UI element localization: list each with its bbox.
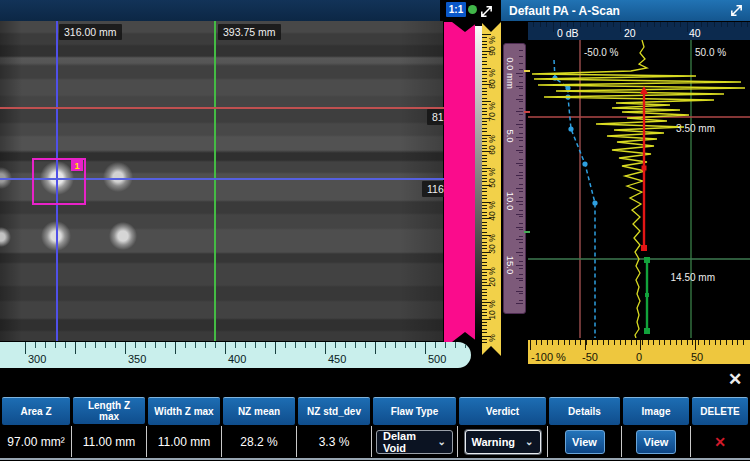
col-header-nz-std-dev[interactable]: NZ std_dev bbox=[298, 397, 370, 425]
ruler-tick bbox=[727, 22, 728, 27]
image-view-button[interactable]: View bbox=[636, 430, 676, 454]
ruler-tick bbox=[245, 342, 246, 348]
gate-green-mid[interactable] bbox=[645, 293, 649, 297]
ruler-tick bbox=[345, 342, 346, 348]
depth-mm-ruler[interactable]: 0.0 mm5.010.015.0 bbox=[503, 43, 526, 314]
ruler-tick bbox=[695, 340, 696, 350]
depth-scale-label: 0.0 mm bbox=[505, 53, 517, 93]
zoom-ratio-badge[interactable]: 1:1 bbox=[446, 2, 466, 17]
cursor-hline-red[interactable] bbox=[0, 107, 443, 109]
amp-scale-label: 90 % bbox=[486, 29, 498, 63]
ruler-tick bbox=[687, 340, 688, 345]
ruler-tick bbox=[45, 342, 46, 348]
flaw-type-dropdown[interactable]: Delam Void ⌄ bbox=[376, 430, 453, 454]
ruler-tick bbox=[580, 340, 581, 345]
cell-divider bbox=[296, 426, 297, 457]
ruler-tick bbox=[519, 184, 523, 185]
col-header-area-z[interactable]: Area Z bbox=[2, 397, 70, 425]
ruler-tick bbox=[546, 22, 547, 27]
ruler-tick bbox=[519, 56, 523, 57]
amp-ruler-top-arrow-icon[interactable] bbox=[481, 22, 501, 32]
ruler-tick bbox=[660, 22, 661, 27]
ruler-tick bbox=[516, 239, 523, 240]
ruler-tick bbox=[547, 340, 548, 345]
ruler-tick bbox=[519, 236, 523, 237]
ruler-tick bbox=[255, 342, 256, 348]
close-icon[interactable]: ✕ bbox=[724, 368, 746, 390]
scan-axis-ruler[interactable]: 300350400450500 bbox=[0, 342, 471, 368]
details-view-button[interactable]: View bbox=[565, 430, 605, 454]
expand-icon[interactable] bbox=[479, 4, 494, 19]
col-header-flaw-type[interactable]: Flaw Type bbox=[373, 397, 456, 425]
chevron-down-icon: ⌄ bbox=[438, 436, 446, 447]
ruler-tick bbox=[355, 342, 356, 348]
trend-point[interactable] bbox=[568, 126, 573, 131]
col-header-delete[interactable]: DELETE bbox=[692, 397, 748, 425]
ruler-tick bbox=[516, 291, 523, 292]
gate-green-end[interactable] bbox=[644, 257, 650, 263]
trend-point[interactable] bbox=[592, 200, 597, 205]
col-header-width-z-max[interactable]: Width Z max bbox=[148, 397, 220, 425]
depth-scale-label: 15.0 bbox=[505, 245, 517, 285]
flaw-region-box[interactable]: 1 bbox=[32, 158, 86, 205]
cell-divider bbox=[371, 426, 372, 457]
ruler-tick bbox=[536, 340, 537, 345]
palette-bar-pink[interactable] bbox=[444, 22, 475, 342]
ruler-tick bbox=[516, 73, 523, 74]
gain-db-ruler[interactable]: 0 dB2040 bbox=[528, 22, 750, 40]
ruler-tick bbox=[516, 252, 523, 253]
ascan-plot[interactable]: -50.0 %50.0 %3.50 mm14.50 mm bbox=[528, 40, 750, 338]
ruler-tick bbox=[737, 340, 738, 345]
table-bottom-border bbox=[0, 458, 750, 460]
ruler-tick bbox=[519, 229, 523, 230]
ruler-tick bbox=[653, 340, 654, 345]
amplitude-axis-ruler[interactable]: -100 %-50050 bbox=[528, 340, 750, 364]
ruler-tick bbox=[743, 340, 744, 345]
cscan-image[interactable]: 316.00 mm 393.75 mm 1 bbox=[0, 21, 443, 341]
gate-red-end[interactable] bbox=[641, 245, 647, 251]
ruler-tick bbox=[425, 342, 426, 354]
cscan-header-bar bbox=[0, 0, 440, 21]
amp-ruler-bottom-arrow-icon[interactable] bbox=[481, 346, 501, 356]
ruler-tick bbox=[670, 340, 671, 345]
trend-point[interactable] bbox=[565, 85, 570, 90]
ruler-tick bbox=[365, 342, 366, 348]
depth-gate-mark bbox=[524, 70, 530, 72]
cell-divider bbox=[71, 426, 72, 457]
ruler-tick bbox=[516, 265, 523, 266]
ruler-tick bbox=[516, 175, 523, 176]
col-header-image[interactable]: Image bbox=[623, 397, 689, 425]
gate-red-mid[interactable] bbox=[642, 166, 647, 171]
amplitude-percent-ruler[interactable]: 90 %80 %70 %60 %50 %40 %30 %20 %10 %% bbox=[482, 22, 501, 356]
ruler-tick bbox=[553, 22, 554, 32]
ruler-tick bbox=[558, 340, 559, 345]
col-header-verdict[interactable]: Verdict bbox=[459, 397, 546, 425]
ruler-tick bbox=[516, 86, 523, 87]
ruler-tick bbox=[516, 188, 523, 189]
trend-point[interactable] bbox=[582, 161, 587, 166]
cell-details: View bbox=[549, 426, 620, 457]
depth-scale-label: 5.0 bbox=[505, 116, 517, 156]
delete-row-button[interactable]: ✕ bbox=[714, 434, 726, 450]
col-header-nz-mean[interactable]: NZ mean bbox=[223, 397, 295, 425]
cursor-vline-green[interactable] bbox=[214, 21, 216, 341]
ruler-tick bbox=[519, 280, 523, 281]
ruler-tick bbox=[235, 342, 236, 348]
verdict-dropdown[interactable]: Warning ⌄ bbox=[465, 430, 541, 454]
ruler-tick bbox=[65, 342, 66, 348]
ruler-tick bbox=[215, 342, 216, 348]
ndt-inspection-app: 1:1 Default PA - A-Scan 316.00 mm 393.75… bbox=[0, 0, 750, 461]
ruler-tick bbox=[636, 340, 637, 345]
ruler-tick bbox=[608, 340, 609, 345]
expand-icon[interactable] bbox=[729, 3, 744, 18]
ruler-tick bbox=[516, 124, 523, 125]
ruler-tick bbox=[205, 342, 206, 348]
gate-green-end[interactable] bbox=[644, 328, 650, 334]
col-header-details[interactable]: Details bbox=[549, 397, 620, 425]
ref-label-right: 50.0 % bbox=[695, 47, 726, 58]
ruler-tick bbox=[516, 214, 523, 215]
ruler-tick bbox=[519, 293, 523, 294]
col-header-length-z-max[interactable]: Length Z max bbox=[73, 397, 145, 424]
amp-scale-label: 70 % bbox=[486, 95, 498, 129]
chevron-down-icon: ⌄ bbox=[525, 436, 533, 447]
